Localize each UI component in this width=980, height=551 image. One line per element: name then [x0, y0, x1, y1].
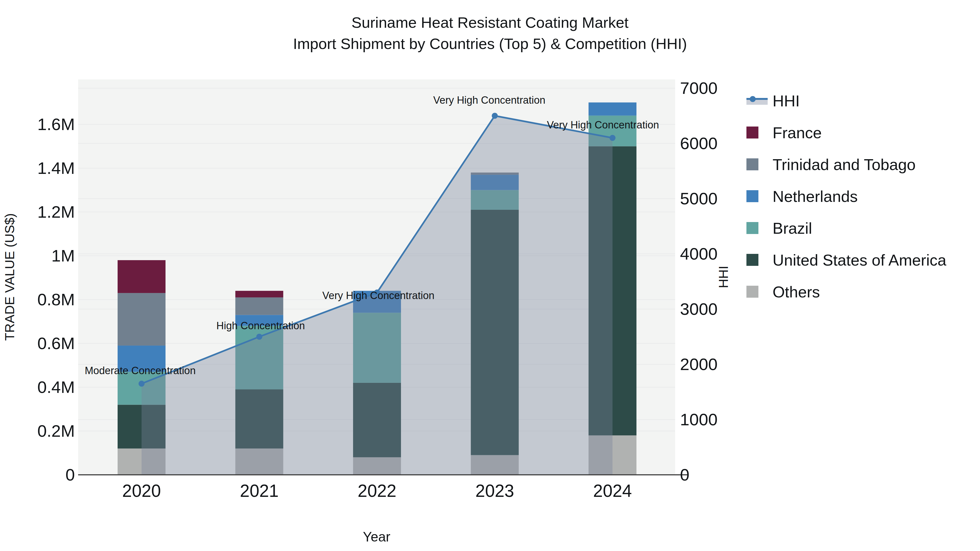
x-tick-2024: 2024: [593, 481, 632, 501]
x-tick-2020: 2020: [122, 481, 161, 501]
y-left-tick-0.8M: 0.8M: [37, 290, 75, 309]
y-left-tick-0.6M: 0.6M: [37, 334, 75, 353]
bar-segment-netherlands-2024[interactable]: [589, 103, 636, 116]
bar-segment-trinidad-and-tobago-2021[interactable]: [235, 297, 283, 315]
legend-item-others[interactable]: Others: [746, 281, 946, 303]
legend-label: Brazil: [773, 219, 812, 237]
y-left-tick-1.4M: 1.4M: [37, 159, 75, 178]
hhi-marker-2024[interactable]: [609, 135, 616, 141]
y-right-tick-0: 0: [680, 465, 689, 484]
y-right-tick-6000: 6000: [680, 134, 718, 152]
legend-swatch-icon: [746, 158, 768, 170]
legend-item-trinidad-and-tobago[interactable]: Trinidad and Tobago: [746, 154, 946, 175]
y-left-tick-0.4M: 0.4M: [37, 378, 75, 397]
legend-label: Trinidad and Tobago: [773, 156, 916, 174]
y-left-axis-title: TRADE VALUE (US$): [2, 213, 17, 341]
legend-swatch-icon: [746, 286, 768, 298]
hhi-annotation-2022: Very High Concentration: [322, 290, 434, 301]
x-tick-2021: 2021: [240, 481, 278, 501]
legend-swatch-icon: [746, 222, 768, 234]
legend-swatch-icon: [746, 254, 768, 266]
y-right-tick-7000: 7000: [680, 79, 718, 97]
legend-swatch-icon: [746, 190, 768, 202]
hhi-annotation-2023: Very High Concentration: [433, 94, 546, 106]
legend: HHIFranceTrinidad and TobagoNetherlandsB…: [746, 90, 946, 303]
hhi-annotation-2024: Very High Concentration: [547, 119, 659, 130]
y-right-tick-3000: 3000: [680, 300, 718, 318]
legend-label: HHI: [773, 92, 800, 110]
y-left-tick-0: 0: [65, 465, 75, 484]
y-right-tick-4000: 4000: [680, 245, 718, 263]
y-left-tick-1.6M: 1.6M: [37, 115, 75, 133]
hhi-line-legend-icon: [746, 97, 768, 104]
x-tick-2022: 2022: [358, 481, 396, 501]
y-right-tick-5000: 5000: [680, 189, 718, 208]
legend-label: Netherlands: [773, 187, 858, 205]
legend-label: United States of America: [773, 251, 946, 269]
legend-item-hhi[interactable]: HHI: [746, 90, 946, 111]
y-right-tick-2000: 2000: [680, 355, 718, 373]
y-left-tick-0.2M: 0.2M: [37, 421, 75, 440]
x-axis-title: Year: [363, 529, 390, 545]
hhi-marker-2021[interactable]: [256, 334, 262, 340]
y-right-axis-title: HHI: [716, 266, 731, 288]
legend-item-netherlands[interactable]: Netherlands: [746, 185, 946, 207]
y-left-tick-1.2M: 1.2M: [37, 202, 75, 221]
hhi-marker-2023[interactable]: [492, 113, 498, 119]
y-left-tick-1M: 1M: [51, 246, 75, 265]
legend-item-united-states-of-america[interactable]: United States of America: [746, 249, 946, 271]
legend-item-france[interactable]: France: [746, 122, 946, 143]
legend-label: Others: [773, 283, 820, 301]
legend-label: France: [773, 124, 822, 142]
bar-segment-france-2020[interactable]: [118, 260, 165, 293]
hhi-annotation-2020: Moderate Concentration: [85, 365, 196, 376]
x-tick-2023: 2023: [475, 481, 514, 501]
bar-segment-trinidad-and-tobago-2020[interactable]: [118, 293, 165, 346]
bar-segment-france-2021[interactable]: [235, 291, 283, 297]
legend-item-brazil[interactable]: Brazil: [746, 217, 946, 239]
legend-swatch-icon: [746, 127, 768, 138]
y-right-tick-1000: 1000: [680, 410, 718, 429]
hhi-marker-2020[interactable]: [138, 381, 145, 387]
hhi-annotation-2021: High Concentration: [216, 320, 305, 332]
